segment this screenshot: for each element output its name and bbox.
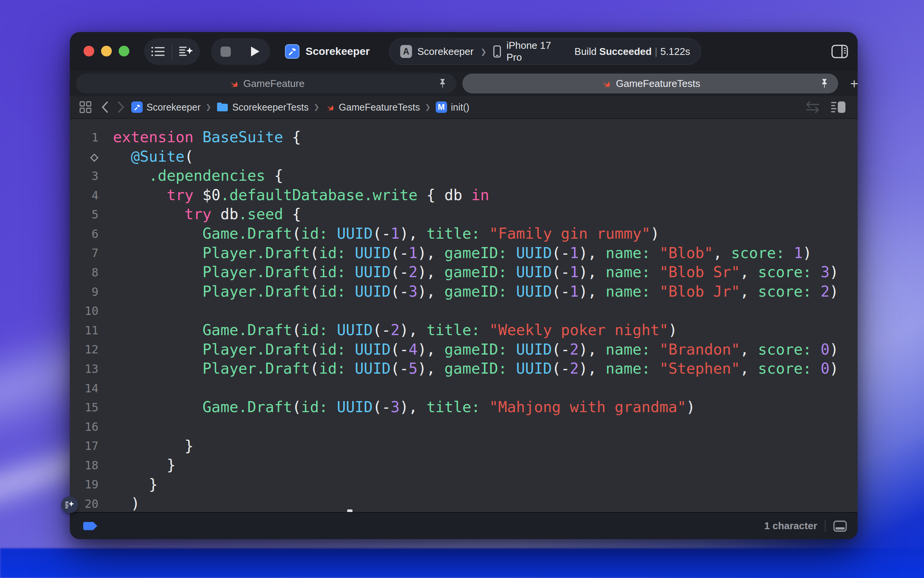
new-tab-button[interactable]: +	[846, 75, 857, 92]
line-number[interactable]: 14	[70, 382, 98, 395]
code-line[interactable]: 8 Player.Draft(id: UUID(-2), gameID: UUI…	[70, 263, 857, 282]
code-line[interactable]: 3 .dependencies {	[70, 166, 857, 186]
breadcrumb-item-scorekeeper[interactable]: Scorekeeper	[131, 101, 201, 113]
line-number[interactable]: 1	[70, 131, 98, 144]
code-line[interactable]: ◇ @Suite(	[70, 147, 857, 167]
code-line[interactable]: 13 Player.Draft(id: UUID(-5), gameID: UU…	[70, 359, 857, 378]
breadcrumb-item-init--[interactable]: Minit()	[436, 101, 470, 113]
pin-icon[interactable]	[821, 78, 828, 88]
line-number[interactable]: 3	[70, 169, 98, 183]
app-target-initial: A	[403, 47, 409, 57]
sparkle-list-icon	[179, 45, 194, 58]
code-line[interactable]: 17 }	[70, 437, 857, 456]
sparkle-lines-icon	[65, 500, 75, 509]
line-number[interactable]: 8	[70, 266, 98, 279]
line-number[interactable]: 4	[70, 189, 98, 202]
inspector-toggle-button[interactable]	[831, 43, 848, 60]
tab-label: GameFeature	[243, 78, 304, 89]
go-back-button[interactable]	[101, 101, 108, 113]
stop-button[interactable]	[211, 38, 241, 65]
line-number[interactable]: 7	[70, 246, 98, 260]
code-line[interactable]: 16	[70, 417, 857, 437]
swift-file-icon	[324, 102, 335, 112]
minimap-toggle-icon[interactable]	[831, 101, 846, 114]
tab-gamefeaturetests[interactable]: GameFeatureTests	[462, 73, 838, 93]
line-number[interactable]: 16	[70, 420, 98, 434]
related-items-button[interactable]	[79, 101, 91, 113]
line-number[interactable]: 18	[70, 459, 98, 472]
code-text: try db.seed {	[113, 205, 301, 224]
code-line[interactable]: 19 }	[70, 475, 857, 495]
code-text: Player.Draft(id: UUID(-2), gameID: UUID(…	[113, 263, 839, 282]
pin-icon[interactable]	[439, 78, 446, 88]
breakpoint-icon[interactable]	[83, 522, 97, 530]
code-line[interactable]: 20 )	[70, 494, 857, 512]
test-suite-diamond-icon[interactable]: ◇	[70, 149, 98, 164]
line-number[interactable]: 17	[70, 439, 98, 453]
breadcrumb-separator: ❯	[314, 103, 319, 111]
code-line[interactable]: 7 Player.Draft(id: UUID(-1), gameID: UUI…	[70, 244, 857, 263]
code-text: .dependencies {	[113, 166, 283, 186]
build-time: 5.122s	[660, 46, 690, 57]
chevron-right-icon	[117, 101, 124, 113]
breadcrumb-label: init()	[451, 102, 470, 113]
line-number[interactable]: 5	[70, 208, 98, 221]
code-text: Player.Draft(id: UUID(-3), gameID: UUID(…	[113, 282, 839, 302]
clipped-next-line-glyph	[347, 509, 353, 512]
line-number[interactable]: 11	[70, 324, 98, 337]
minimize-button[interactable]	[101, 46, 112, 57]
method-badge-icon: M	[436, 101, 447, 113]
grid-icon	[79, 101, 91, 113]
line-number[interactable]: 10	[70, 304, 98, 318]
breadcrumb-item-scorekeepertests[interactable]: ScorekeeperTests	[216, 102, 309, 113]
code-line[interactable]: 18 }	[70, 456, 857, 475]
fullscreen-button[interactable]	[119, 46, 129, 57]
app-hammer-icon	[131, 101, 143, 113]
code-line[interactable]: 6 Game.Draft(id: UUID(-1), title: "Famil…	[70, 224, 857, 244]
breadcrumb-separator: ❯	[425, 103, 431, 111]
list-icon	[151, 46, 165, 57]
code-assist-floating-button[interactable]	[62, 497, 78, 513]
code-review-swap-icon[interactable]	[805, 101, 820, 113]
jump-bar-right	[805, 96, 857, 118]
navigator-list-button[interactable]	[144, 38, 172, 65]
breadcrumb-label: ScorekeeperTests	[232, 102, 309, 113]
breadcrumb-label: GameFeatureTests	[339, 102, 420, 113]
bottom-panel-toggle[interactable]	[833, 520, 847, 532]
build-status[interactable]: Build Succeeded|5.122s	[574, 46, 690, 58]
code-editor[interactable]: 1extension BaseSuite {◇ @Suite(3 .depend…	[70, 119, 857, 512]
line-number[interactable]: 12	[70, 343, 98, 356]
code-line[interactable]: 15 Game.Draft(id: UUID(-3), title: "Mahj…	[70, 398, 857, 417]
scheme-project-label[interactable]: Scorekeeper	[417, 46, 473, 58]
go-forward-button[interactable]	[117, 101, 124, 113]
code-line[interactable]: 5 try db.seed {	[70, 205, 857, 224]
build-result: Succeeded	[599, 46, 652, 57]
line-number[interactable]: 19	[70, 478, 98, 491]
code-lines: 1extension BaseSuite {◇ @Suite(3 .depend…	[70, 119, 857, 512]
line-number[interactable]: 13	[70, 362, 98, 375]
code-line[interactable]: 9 Player.Draft(id: UUID(-3), gameID: UUI…	[70, 282, 857, 302]
code-text: extension BaseSuite {	[113, 128, 301, 147]
build-label: Build	[574, 46, 597, 57]
code-line[interactable]: 12 Player.Draft(id: UUID(-4), gameID: UU…	[70, 340, 857, 360]
line-number[interactable]: 6	[70, 227, 98, 240]
jump-bar: Scorekeeper❯ScorekeeperTests❯GameFeature…	[70, 96, 857, 119]
code-line[interactable]: 1extension BaseSuite {	[70, 128, 857, 147]
window-title: Scorekeeper	[306, 32, 370, 71]
code-line[interactable]: 11 Game.Draft(id: UUID(-2), title: "Week…	[70, 321, 857, 340]
close-button[interactable]	[83, 46, 94, 57]
code-line[interactable]: 4 try $0.defaultDatabase.write { db in	[70, 186, 857, 205]
code-line[interactable]: 14	[70, 378, 857, 398]
breadcrumb-separator: ❯	[206, 103, 211, 111]
code-line[interactable]: 10	[70, 301, 857, 321]
line-number[interactable]: 9	[70, 285, 98, 299]
breadcrumb-item-gamefeaturetests[interactable]: GameFeatureTests	[324, 102, 420, 113]
tab-gamefeature[interactable]: GameFeature	[76, 73, 456, 93]
scheme-selector[interactable]: A Scorekeeper ❯ iPhone 17 Pro Build Succ…	[389, 38, 701, 65]
run-button[interactable]	[241, 38, 270, 65]
ai-assistant-button[interactable]	[172, 38, 200, 65]
line-number[interactable]: 15	[70, 401, 98, 414]
play-icon	[250, 46, 260, 57]
selection-count-label: 1 character	[764, 520, 817, 532]
scheme-device-label[interactable]: iPhone 17 Pro	[506, 40, 563, 63]
